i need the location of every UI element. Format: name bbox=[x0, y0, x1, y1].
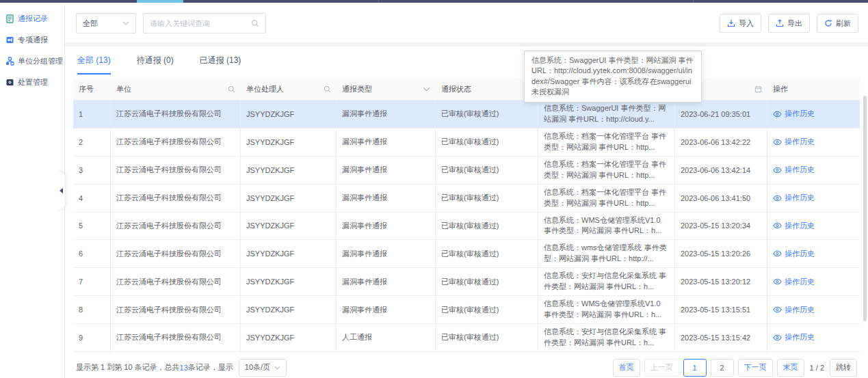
dispose-manage-icon bbox=[5, 78, 14, 87]
refresh-button-label: 刷新 bbox=[836, 18, 851, 29]
operation-history-link[interactable]: 操作历史 bbox=[773, 109, 815, 119]
column-header-unit: 单位 bbox=[116, 84, 131, 94]
row-status: 已审核(审核通过) bbox=[441, 305, 499, 315]
row-unit: 江苏云涌电子科技股份有限公司 bbox=[116, 332, 222, 342]
operation-history-link[interactable]: 操作历史 bbox=[773, 221, 815, 231]
row-unit: 江苏云涌电子科技股份有限公司 bbox=[116, 249, 222, 259]
row-handler: JSYYDZKJGF bbox=[246, 306, 294, 314]
row-type: 漏洞事件通报 bbox=[342, 165, 387, 175]
chevron-down-icon bbox=[274, 366, 280, 370]
search-icon[interactable] bbox=[228, 85, 235, 93]
eye-icon bbox=[773, 278, 782, 285]
row-content: 信息系统：SwaggerUI 事件类型：网站漏洞 事件URL：http://cl… bbox=[544, 103, 669, 125]
row-status: 已审核(审核通过) bbox=[441, 193, 499, 203]
next-page-button[interactable]: 下一页 bbox=[738, 359, 773, 377]
eye-icon bbox=[773, 195, 782, 202]
row-content: 信息系统：wms仓储管理系统 事件类型：网站漏洞 事件URL：http://..… bbox=[544, 243, 669, 265]
strip-divider bbox=[378, 0, 379, 3]
records-table: 序号 单位 单位处理人 bbox=[73, 79, 860, 352]
row-time: 2023-05-15 13:20:26 bbox=[681, 249, 750, 258]
row-handler: JSYYDZKJGF bbox=[246, 278, 294, 286]
table-scrollbar[interactable] bbox=[863, 96, 867, 335]
tab-all[interactable]: 全部 (13) bbox=[77, 55, 111, 75]
row-time: 2023-06-06 13:42:22 bbox=[681, 138, 750, 146]
eye-icon bbox=[773, 111, 782, 118]
sidebar-item-label: 专项通报 bbox=[18, 35, 48, 45]
sidebar-item-dispose-manage[interactable]: 处置管理 bbox=[0, 72, 64, 93]
row-unit: 江苏云涌电子科技股份有限公司 bbox=[116, 277, 222, 287]
sidebar-item-special-report[interactable]: 专项通报 bbox=[0, 29, 64, 51]
eye-icon bbox=[773, 334, 782, 341]
strip-divider bbox=[693, 0, 694, 3]
refresh-button[interactable]: 刷新 bbox=[817, 14, 858, 33]
row-status: 已审核(审核通过) bbox=[441, 332, 499, 342]
tab-reported[interactable]: 已通报 (13) bbox=[200, 55, 241, 75]
column-header-type: 通报类型 bbox=[342, 84, 372, 94]
chevron-down-icon[interactable] bbox=[423, 87, 430, 92]
operation-history-label: 操作历史 bbox=[785, 193, 815, 203]
page-button-1[interactable]: 1 bbox=[683, 359, 707, 377]
operation-history-link[interactable]: 操作历史 bbox=[773, 165, 815, 175]
content-panel: 全部 (13) 待通报 (0) 已通报 (13) 序号 单位 bbox=[65, 46, 868, 378]
sidebar-collapse-toggle[interactable] bbox=[57, 171, 66, 211]
table-row: 5 江苏云涌电子科技股份有限公司 JSYYDZKJGF 漏洞事件通报 已审核(审… bbox=[73, 213, 860, 241]
row-no: 5 bbox=[79, 221, 83, 230]
eye-icon bbox=[773, 167, 782, 174]
record-summary-prefix: 显示第 1 到第 10 条记录，总共 bbox=[76, 362, 180, 373]
table-footer: 显示第 1 到第 10 条记录，总共13条记录，显示 10条/页 首页 上一页 … bbox=[73, 352, 860, 378]
import-button[interactable]: 导入 bbox=[720, 14, 761, 33]
operation-history-label: 操作历史 bbox=[785, 277, 815, 287]
keyword-search-input[interactable] bbox=[150, 19, 251, 27]
table-row: 9 江苏云涌电子科技股份有限公司 JSYYDZKJGF 人工通报 已审核(审核通… bbox=[73, 324, 860, 352]
sidebar-item-report-records[interactable]: 通报记录 bbox=[0, 8, 64, 29]
prev-page-button[interactable]: 上一页 bbox=[644, 359, 679, 377]
row-time: 2023-06-06 13:41:50 bbox=[681, 194, 750, 202]
search-icon[interactable] bbox=[251, 19, 259, 27]
last-page-button[interactable]: 末页 bbox=[777, 359, 804, 377]
row-no: 1 bbox=[79, 110, 83, 118]
page-size-select[interactable]: 10条/页 bbox=[239, 359, 287, 377]
first-page-button[interactable]: 首页 bbox=[613, 359, 640, 377]
calendar-icon[interactable] bbox=[754, 85, 762, 93]
row-type: 漏洞事件通报 bbox=[342, 137, 387, 147]
table-header-row: 序号 单位 单位处理人 bbox=[73, 79, 860, 100]
table-row: 6 江苏云涌电子科技股份有限公司 JSYYDZKJGF 漏洞事件通报 已审核(审… bbox=[73, 240, 860, 268]
page-button-2[interactable]: 2 bbox=[711, 359, 734, 377]
browser-top-strip bbox=[0, 0, 868, 3]
search-icon[interactable] bbox=[324, 85, 331, 93]
row-content: 信息系统：安灯与信息化采集系统 事件类型：网站漏洞 事件URL：h... bbox=[544, 327, 669, 349]
chevron-left-icon bbox=[60, 188, 63, 193]
pagination: 首页 上一页 1 2 下一页 末页 1 / 2 跳转 bbox=[613, 359, 857, 377]
export-button[interactable]: 导出 bbox=[768, 14, 810, 33]
operation-history-link[interactable]: 操作历史 bbox=[773, 305, 815, 315]
filter-type-value: 全部 bbox=[83, 18, 98, 29]
scrollbar-thumb[interactable] bbox=[863, 96, 867, 321]
operation-history-link[interactable]: 操作历史 bbox=[773, 193, 815, 203]
operation-history-link[interactable]: 操作历史 bbox=[773, 249, 815, 259]
table-body: 1 江苏云涌电子科技股份有限公司 JSYYDZKJGF 漏洞事件通报 已审核(审… bbox=[73, 100, 860, 352]
filter-type-select[interactable]: 全部 bbox=[76, 13, 136, 33]
tab-pending[interactable]: 待通报 (0) bbox=[137, 55, 174, 75]
status-tabs: 全部 (13) 待通报 (0) 已通报 (13) bbox=[73, 46, 860, 75]
sidebar: 通报记录 专项通报 单位分组管理 处置管 bbox=[0, 3, 65, 378]
app-window: 通报记录 专项通报 单位分组管理 处置管 bbox=[0, 3, 868, 378]
record-summary-suffix: 条记录，显示 bbox=[188, 362, 233, 373]
row-unit: 江苏云涌电子科技股份有限公司 bbox=[116, 221, 222, 231]
row-handler: JSYYDZKJGF bbox=[246, 166, 294, 174]
row-content: 信息系统：安灯与信息化采集系统 事件类型：网站漏洞 事件URL：h... bbox=[544, 271, 669, 293]
jump-button[interactable]: 跳转 bbox=[830, 359, 857, 377]
row-time: 2023-06-06 13:42:14 bbox=[681, 166, 750, 174]
tooltip-text: 信息系统：SwaggerUI 事件类型：网站漏洞 事件URL：http://cl… bbox=[531, 56, 694, 96]
row-no: 4 bbox=[79, 194, 83, 202]
row-no: 9 bbox=[79, 334, 83, 342]
operation-history-label: 操作历史 bbox=[785, 165, 815, 175]
sidebar-item-label: 通报记录 bbox=[18, 14, 48, 24]
toolbar: 全部 导入 bbox=[65, 3, 868, 42]
row-content: 信息系统：WMS仓储管理系统V1.0 事件类型：网站漏洞 事件URL：h... bbox=[544, 215, 669, 237]
operation-history-link[interactable]: 操作历史 bbox=[773, 277, 815, 287]
sidebar-item-unit-group[interactable]: 单位分组管理 bbox=[0, 51, 64, 72]
operation-history-link[interactable]: 操作历史 bbox=[773, 332, 815, 342]
operation-history-link[interactable]: 操作历史 bbox=[773, 137, 815, 147]
row-type: 漏洞事件通报 bbox=[342, 249, 387, 259]
table-row: 8 江苏云涌电子科技股份有限公司 JSYYDZKJGF 漏洞事件通报 已审核(审… bbox=[73, 296, 860, 324]
